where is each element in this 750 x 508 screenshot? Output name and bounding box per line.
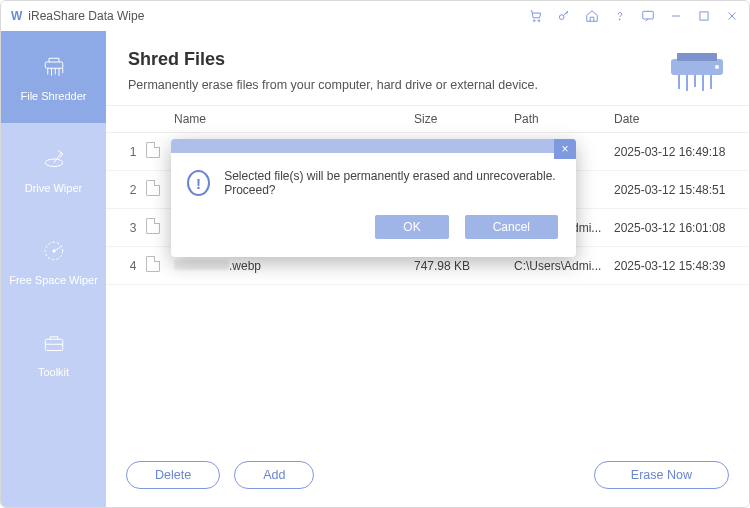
sidebar: File Shredder Drive Wiper Free Space Wip… [1, 31, 106, 507]
cell-date: 2025-03-12 16:49:18 [614, 145, 735, 159]
row-index: 3 [120, 221, 146, 235]
sidebar-item-file-shredder[interactable]: File Shredder [1, 31, 106, 123]
file-icon [146, 142, 160, 158]
svg-rect-6 [45, 62, 63, 68]
svg-point-3 [619, 19, 620, 20]
cell-date: 2025-03-12 15:48:51 [614, 183, 735, 197]
row-index: 1 [120, 145, 146, 159]
svg-point-2 [559, 15, 564, 20]
cell-date: 2025-03-12 16:01:08 [614, 221, 735, 235]
minimize-icon[interactable] [669, 9, 683, 23]
row-index: 2 [120, 183, 146, 197]
cart-icon[interactable] [529, 9, 543, 23]
maximize-icon[interactable] [697, 9, 711, 23]
svg-rect-12 [677, 53, 717, 61]
dialog-header: × [171, 139, 576, 153]
home-icon[interactable] [585, 9, 599, 23]
file-icon [146, 180, 160, 196]
cell-date: 2025-03-12 15:48:39 [614, 259, 735, 273]
sidebar-item-label: Drive Wiper [25, 182, 82, 194]
sidebar-item-free-space-wiper[interactable]: Free Space Wiper [1, 215, 106, 307]
row-index: 4 [120, 259, 146, 273]
svg-rect-10 [45, 339, 63, 350]
file-icon [146, 256, 160, 272]
titlebar: W iReaShare Data Wipe [1, 1, 749, 31]
dialog-cancel-button[interactable]: Cancel [465, 215, 558, 239]
file-icon [146, 218, 160, 234]
main-header: Shred Files Permanently erase files from… [106, 31, 749, 105]
svg-point-13 [715, 65, 719, 69]
cell-name: .webp [174, 259, 414, 273]
app-title: iReaShare Data Wipe [28, 9, 144, 23]
col-date: Date [614, 112, 735, 126]
sidebar-item-toolkit[interactable]: Toolkit [1, 307, 106, 399]
sidebar-item-label: Free Space Wiper [9, 274, 98, 286]
key-icon[interactable] [557, 9, 571, 23]
footer-actions: Delete Add Erase Now [106, 447, 749, 507]
add-button[interactable]: Add [234, 461, 314, 489]
svg-rect-4 [643, 11, 654, 19]
help-icon[interactable] [613, 9, 627, 23]
page-title: Shred Files [128, 49, 655, 70]
col-name: Name [174, 112, 414, 126]
page-subtitle: Permanently erase files from your comput… [128, 78, 655, 92]
main-panel: Shred Files Permanently erase files from… [106, 31, 749, 507]
svg-point-1 [538, 20, 540, 22]
dialog-message: Selected file(s) will be permanently era… [224, 169, 560, 197]
svg-point-0 [533, 20, 535, 22]
shredder-illustration [667, 49, 727, 93]
table-header: Name Size Path Date [106, 105, 749, 133]
svg-point-9 [52, 250, 55, 253]
warning-icon: ! [187, 170, 210, 196]
erase-now-button[interactable]: Erase Now [594, 461, 729, 489]
app-logo: W [11, 9, 22, 23]
cell-size: 747.98 KB [414, 259, 514, 273]
sidebar-item-label: Toolkit [38, 366, 69, 378]
cell-path: C:\Users\Admi... [514, 259, 614, 273]
titlebar-icons [529, 9, 739, 23]
sidebar-item-label: File Shredder [20, 90, 86, 102]
sidebar-item-drive-wiper[interactable]: Drive Wiper [1, 123, 106, 215]
dialog-close-button[interactable]: × [554, 139, 576, 159]
col-path: Path [514, 112, 614, 126]
app-window: W iReaShare Data Wipe File Shredder Driv… [0, 0, 750, 508]
feedback-icon[interactable] [641, 9, 655, 23]
dialog-ok-button[interactable]: OK [375, 215, 448, 239]
confirm-dialog: × ! Selected file(s) will be permanently… [171, 139, 576, 257]
close-icon[interactable] [725, 9, 739, 23]
svg-rect-5 [700, 12, 708, 20]
delete-button[interactable]: Delete [126, 461, 220, 489]
col-size: Size [414, 112, 514, 126]
